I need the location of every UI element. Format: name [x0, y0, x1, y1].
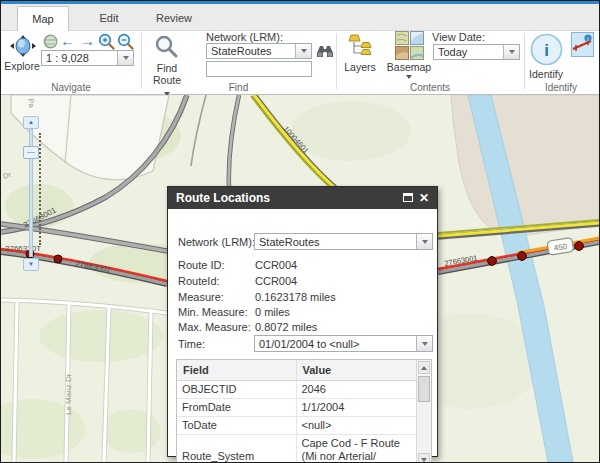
previous-extent-button[interactable]: ← [60, 32, 75, 49]
tab-map[interactable]: Map [17, 6, 69, 31]
group-separator [524, 33, 525, 89]
app-window: Map Edit Review Explore ← → [0, 0, 600, 463]
ribbon: Explore ← → 1 : 9,028 [1, 31, 599, 95]
tab-edit[interactable]: Edit [81, 6, 137, 31]
find-group-label: Find [141, 82, 336, 93]
field-value: CCR004 [255, 259, 297, 271]
scrollbar-down-button[interactable] [418, 453, 430, 463]
table-row[interactable]: OBJECTID 2046 [177, 380, 417, 398]
route-number-label: 2766310T [5, 244, 41, 253]
route-shield: 450 [547, 237, 574, 255]
field-label: RouteId: [178, 275, 220, 287]
identify-button[interactable]: i [529, 33, 563, 67]
zoom-slider-ticks [39, 133, 41, 245]
route-locations-dialog: Route Locations ✕ Network (LRM): StateRo… [167, 186, 438, 457]
field-cell: ToDate [177, 416, 296, 434]
chevron-up-icon [421, 366, 427, 370]
navigate-group-label: Navigate [1, 82, 141, 93]
zoom-in-button[interactable] [98, 33, 115, 50]
next-extent-button[interactable]: → [80, 32, 95, 49]
value-cell: 2046 [296, 380, 417, 398]
view-date-combobox[interactable]: Today [433, 44, 520, 60]
dialog-network-value: StateRoutes [255, 236, 416, 248]
field-label: Network (LRM): [178, 236, 255, 248]
svg-text:i: i [587, 36, 588, 42]
dialog-time-dropdown-button[interactable] [416, 336, 432, 351]
route-input[interactable] [206, 61, 312, 77]
table-row[interactable]: ToDate <null> [177, 416, 417, 434]
search-routes-button[interactable] [316, 44, 334, 60]
identify-icon: i [530, 33, 563, 66]
field-value: 0.1623178 miles [255, 291, 336, 303]
view-date-value: Today [434, 46, 503, 58]
map-scale-dropdown-button[interactable] [117, 51, 133, 65]
table-scrollbar[interactable] [416, 360, 431, 463]
scrollbar-up-button[interactable] [418, 361, 430, 374]
close-icon[interactable]: ✕ [417, 190, 431, 206]
layers-icon [347, 33, 373, 59]
dialog-time-value: 01/01/2004 to <null> [255, 338, 416, 350]
zoom-out-icon [117, 33, 134, 50]
chevron-down-icon [421, 458, 427, 462]
identify-route-locations-toggle[interactable]: i [571, 32, 594, 57]
table-header-row: Field Value [177, 360, 417, 380]
chevron-down-icon [509, 50, 515, 54]
field-cell: OBJECTID [177, 380, 296, 398]
dialog-title: Route Locations [176, 191, 270, 205]
map-scale-combobox[interactable]: 1 : 9,028 [41, 50, 134, 66]
zoom-slider-handle[interactable] [23, 146, 39, 159]
forward-arrow-icon: → [80, 32, 95, 49]
contents-group-label: Contents [336, 82, 524, 93]
field-label: Route ID: [178, 259, 224, 271]
ribbon-tabbar: Map Edit Review [1, 1, 599, 31]
table-row[interactable]: FromDate 1/1/2004 [177, 398, 417, 416]
explore-icon [10, 35, 36, 57]
chevron-down-icon [422, 240, 428, 244]
back-arrow-icon: ← [60, 32, 75, 49]
explore-label: Explore [1, 60, 43, 72]
dialog-time-combobox[interactable]: 01/01/2004 to <null> [254, 335, 433, 352]
basemap-icon [395, 31, 424, 60]
zoom-slider-down-button[interactable]: ▼ [23, 258, 39, 271]
dialog-network-dropdown-button[interactable] [416, 234, 432, 249]
attributes-table: Field Value OBJECTID 2046 FromDate 1/1/2… [176, 359, 432, 463]
map-scale-value: 1 : 9,028 [42, 52, 117, 64]
basemap-button[interactable] [391, 31, 427, 61]
tab-review[interactable]: Review [143, 6, 205, 31]
dialog-body: Network (LRM): StateRoutes Route ID: CCR… [168, 209, 437, 456]
network-lrm-dropdown-button[interactable] [295, 44, 311, 58]
identify-label: Identify [521, 68, 571, 80]
zoom-slider-up-button[interactable]: ▲ [23, 116, 39, 129]
dialog-network-combobox[interactable]: StateRoutes [254, 233, 433, 250]
zoom-in-icon [98, 33, 115, 50]
street-name-label: Dr [2, 170, 13, 181]
dialog-titlebar[interactable]: Route Locations ✕ [168, 187, 437, 209]
zoom-out-button[interactable] [117, 33, 134, 50]
network-lrm-label: Network (LRM): [206, 31, 283, 43]
field-value: 0.8072 miles [255, 321, 317, 333]
basemap-label: Basemap [386, 61, 432, 73]
field-cell: Route_System [177, 434, 296, 463]
group-separator [336, 33, 337, 89]
field-value: CCR004 [255, 275, 297, 287]
find-route-magnifier-icon [154, 34, 180, 60]
globe-icon [43, 34, 58, 49]
maximize-icon[interactable] [403, 193, 413, 202]
column-header-field: Field [177, 360, 296, 380]
value-cell: <null> [296, 416, 417, 434]
chevron-down-icon [301, 49, 307, 53]
find-route-label-line1: Find [146, 62, 188, 74]
table-row[interactable]: Route_System Cape Cod - F Route (Mi nor … [177, 434, 417, 463]
scrollbar-thumb[interactable] [418, 376, 430, 402]
full-extent-button[interactable] [42, 34, 58, 49]
value-cell: Cape Cod - F Route (Mi nor Arterial/ Col… [296, 434, 417, 463]
network-lrm-value: StateRoutes [207, 45, 295, 57]
group-separator [141, 33, 142, 89]
chevron-down-icon [406, 75, 412, 79]
value-cell: 1/1/2004 [296, 398, 417, 416]
view-date-label: View Date: [432, 31, 485, 43]
field-label: Min. Measure: [178, 306, 248, 318]
identify-route-icon: i [572, 33, 593, 56]
network-lrm-combobox[interactable]: StateRoutes [206, 43, 312, 59]
view-date-dropdown-button[interactable] [503, 45, 519, 59]
